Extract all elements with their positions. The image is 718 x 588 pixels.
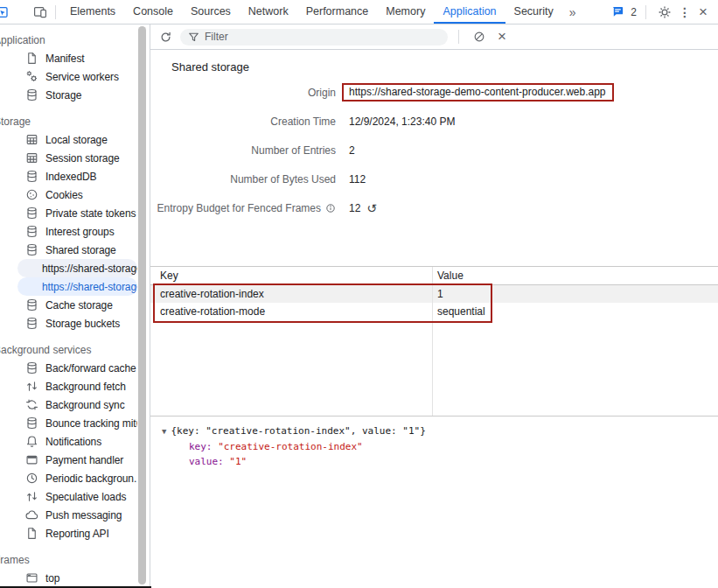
reset-budget-button[interactable]: ↺: [366, 202, 377, 214]
tab-network[interactable]: Network: [240, 0, 297, 24]
tab-sources[interactable]: Sources: [182, 0, 240, 24]
sidebar-item-cache-storage[interactable]: Cache storage: [17, 296, 137, 314]
database-icon: [25, 225, 38, 238]
sidebar-item-label: Local storage: [45, 134, 108, 146]
refresh-button[interactable]: [156, 27, 175, 46]
sidebar-item-reporting-api[interactable]: Reporting API: [17, 524, 137, 542]
meta-value: 12: [349, 202, 360, 214]
divider: [55, 5, 56, 19]
annotation-box-origin: https://shared-storage-demo-content-prod…: [342, 83, 614, 102]
table-icon: [25, 151, 38, 164]
sidebar-item-speculative-loads[interactable]: Speculative loads: [17, 487, 137, 506]
more-tabs-button[interactable]: »: [562, 5, 583, 19]
expand-toggle[interactable]: ▼: [162, 427, 166, 436]
sidebar-item-storage-buckets[interactable]: Storage buckets: [17, 314, 137, 332]
table-body: creative-rotation-index1creative-rotatio…: [150, 285, 718, 320]
meta-row-origin: Originhttps://shared-storage-demo-conten…: [150, 78, 718, 107]
table-icon: [25, 133, 38, 146]
tab-performance[interactable]: Performance: [297, 0, 378, 24]
sidebar-item-local-storage[interactable]: Local storage: [17, 130, 137, 149]
filter-funnel-icon: [188, 32, 199, 43]
sidebar-item-label: Storage: [45, 89, 81, 102]
more-options-button[interactable]: ⋮: [678, 5, 692, 19]
sidebar-item-service-workers[interactable]: Service workers: [17, 67, 137, 86]
tab-security[interactable]: Security: [505, 0, 562, 24]
cloud-icon: [25, 508, 38, 522]
sidebar-item-indexeddb[interactable]: IndexedDB: [17, 167, 137, 186]
table-header: KeyValue: [150, 267, 718, 285]
preview-property: key: "creative-rotation-index": [162, 439, 718, 454]
sidebar-item-label: IndexedDB: [45, 171, 96, 183]
tab-strip: ElementsConsoleSourcesNetworkPerformance…: [61, 0, 562, 24]
database-icon: [25, 243, 38, 256]
sidebar-item-notifications[interactable]: Notifications: [17, 432, 137, 451]
cell-key: creative-rotation-index: [150, 288, 432, 300]
column-header-value: Value: [432, 270, 718, 282]
sidebar-item-background-fetch[interactable]: Background fetch: [17, 377, 137, 396]
sidebar-item-session-storage[interactable]: Session storage: [17, 149, 137, 167]
sidebar-item-manifest[interactable]: Manifest: [17, 49, 137, 67]
sidebar-item-label: Private state tokens: [45, 207, 136, 220]
table-row[interactable]: creative-rotation-index1: [150, 285, 718, 303]
sidebar-item-https-shared-storage[interactable]: https://shared-storage...: [17, 259, 137, 277]
sidebar-item-label: https://shared-storage...: [42, 262, 137, 275]
sidebar-item-push-messaging[interactable]: Push messaging: [17, 506, 137, 524]
sidebar-item-cookies[interactable]: Cookies: [17, 186, 137, 204]
sidebar-item-label: Periodic backgroun...: [45, 472, 137, 485]
sidebar-item-back-forward-cache[interactable]: Back/forward cache: [17, 359, 137, 377]
sidebar-item-label: Notifications: [45, 436, 101, 448]
sidebar-item-payment-handler[interactable]: Payment handler: [17, 451, 137, 469]
clear-all-button[interactable]: [470, 27, 489, 46]
sidebar-item-label: Payment handler: [45, 454, 123, 466]
sidebar-item-interest-groups[interactable]: Interest groups: [17, 222, 137, 241]
cell-value: sequential: [432, 305, 718, 318]
sidebar-item-bounce-tracking-miti[interactable]: Bounce tracking miti...: [17, 414, 137, 432]
meta-label: Entropy Budget for Fenced Frames: [150, 202, 336, 214]
table-row[interactable]: creative-rotation-modesequential: [150, 303, 718, 320]
sidebar-item-label: Manifest: [45, 52, 85, 65]
filter-input[interactable]: Filter: [180, 29, 448, 46]
tab-application[interactable]: Application: [434, 0, 505, 24]
panel-toolbar: Filter ×: [150, 24, 718, 50]
tab-console[interactable]: Console: [124, 0, 182, 24]
issues-chat-icon: [608, 3, 627, 22]
sidebar-item-label: Service workers: [45, 71, 119, 83]
application-sidebar: ApplicationManifestService workersStorag…: [0, 24, 150, 588]
updown-icon: [25, 380, 38, 393]
updown-icon: [25, 490, 38, 503]
sidebar-item-background-sync[interactable]: Background sync: [17, 396, 137, 414]
sidebar-item-label: Cookies: [45, 189, 83, 201]
device-toolbar-icon[interactable]: [31, 3, 50, 22]
tab-memory[interactable]: Memory: [377, 0, 434, 24]
sidebar-item-top[interactable]: top: [17, 569, 137, 587]
column-header-key: Key: [150, 270, 432, 282]
sidebar-item-private-state-tokens[interactable]: Private state tokens: [17, 204, 137, 222]
issues-badge[interactable]: 2: [608, 3, 637, 22]
sidebar-scrollbar-thumb[interactable]: [138, 26, 146, 584]
meta-row-number-of-bytes-used: Number of Bytes Used112: [150, 164, 718, 193]
meta-row-entropy-budget-for-fenced-frames: Entropy Budget for Fenced Frames12↺: [150, 193, 718, 222]
shared-storage-panel: Filter × Shared storage Originhttps://sh…: [150, 24, 718, 588]
preview-summary: {key: "creative-rotation-index", value: …: [171, 425, 425, 437]
sidebar-item-label: Cache storage: [45, 299, 113, 312]
page-title: Shared storage: [171, 60, 718, 76]
tab-elements[interactable]: Elements: [61, 0, 124, 24]
close-devtools-button[interactable]: ×: [695, 5, 711, 19]
column-divider[interactable]: [432, 267, 433, 416]
sidebar-item-storage[interactable]: Storage: [17, 86, 137, 104]
sidebar-item-https-shared-storage[interactable]: https://shared-storage...: [17, 277, 137, 296]
clock-icon: [25, 472, 38, 485]
sidebar-item-label: Storage buckets: [45, 318, 120, 330]
delete-selected-button[interactable]: ×: [494, 30, 510, 44]
sidebar-item-shared-storage[interactable]: Shared storage: [17, 241, 137, 259]
issues-count: 2: [631, 6, 637, 18]
sidebar-item-periodic-backgroun[interactable]: Periodic backgroun...: [17, 469, 137, 487]
devtools-tabbar: ElementsConsoleSourcesNetworkPerformance…: [0, 0, 718, 24]
meta-label: Number of Entries: [150, 144, 336, 157]
settings-gear-icon[interactable]: [655, 3, 674, 22]
inspect-element-icon[interactable]: [0, 3, 11, 22]
database-icon: [25, 317, 38, 330]
sidebar-item-label: https://shared-storage...: [42, 281, 137, 293]
meta-label: Origin: [150, 87, 336, 99]
metadata-section: Originhttps://shared-storage-demo-conten…: [150, 78, 718, 222]
